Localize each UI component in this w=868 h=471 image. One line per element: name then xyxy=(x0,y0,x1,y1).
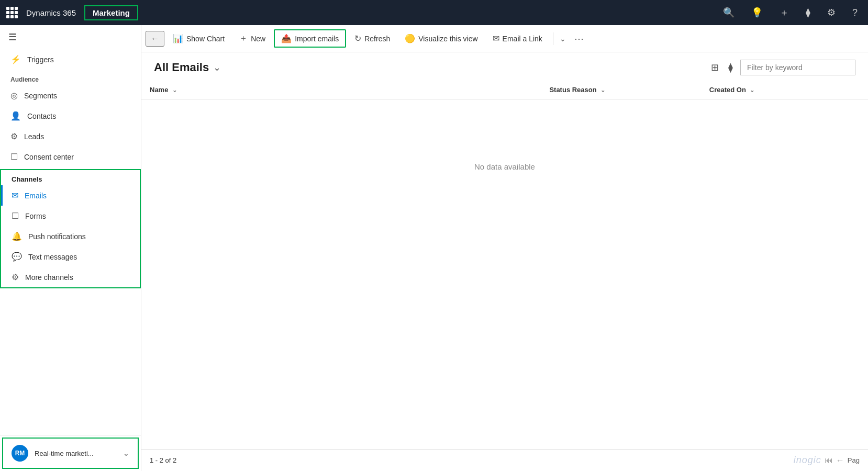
apps-grid-icon[interactable] xyxy=(6,7,18,18)
dynamics-title: Dynamics 365 xyxy=(26,8,76,17)
audience-section-label: Audience xyxy=(0,70,141,85)
new-button[interactable]: ＋ New xyxy=(233,30,272,47)
sidebar-item-label: Push notifications xyxy=(28,232,86,241)
email-link-icon: ✉ xyxy=(493,33,499,43)
refresh-button[interactable]: ↻ Refresh xyxy=(348,30,396,47)
workspace-switcher[interactable]: RM Real-time marketi... ⌄ xyxy=(2,438,139,469)
sidebar-item-label: Segments xyxy=(24,92,57,100)
lightbulb-icon[interactable]: 💡 xyxy=(747,5,767,20)
page-title: All Emails xyxy=(154,61,209,74)
refresh-icon: ↻ xyxy=(354,33,361,43)
triggers-icon: ⚡ xyxy=(10,54,21,64)
channels-section-label: Channels xyxy=(1,170,140,185)
page-title-dropdown-icon[interactable]: ⌄ xyxy=(213,62,221,73)
sidebar-item-label: Contacts xyxy=(27,112,56,120)
column-header-created-on[interactable]: Created On ⌄ xyxy=(701,81,868,99)
created-sort-icon: ⌄ xyxy=(750,87,754,93)
help-icon[interactable]: ? xyxy=(848,5,862,20)
no-data-message: No data available xyxy=(474,162,535,171)
import-emails-icon: 📤 xyxy=(281,33,292,43)
contacts-icon: 👤 xyxy=(10,111,21,121)
page-header-actions: ⊞ ⧫ xyxy=(709,60,855,75)
page-label: Pag xyxy=(848,456,860,464)
table-header-row: Name ⌄ Status Reason ⌄ Created On ⌄ xyxy=(141,81,868,99)
settings-icon[interactable]: ⚙ xyxy=(823,5,840,20)
column-header-status-reason[interactable]: Status Reason ⌄ xyxy=(541,81,700,99)
first-page-button[interactable]: ⏮ xyxy=(825,456,833,465)
sidebar: ☰ ⚡ Triggers Audience ◎ Segments 👤 Conta… xyxy=(0,25,141,471)
table-container: Name ⌄ Status Reason ⌄ Created On ⌄ xyxy=(141,81,868,449)
leads-icon: ⚙ xyxy=(10,131,18,141)
toolbar: ← 📊 Show Chart ＋ New 📤 Import emails ↻ R… xyxy=(141,25,868,52)
column-header-name[interactable]: Name ⌄ xyxy=(141,81,541,99)
channels-section: Channels ✉ Emails ☐ Forms 🔔 Push notific… xyxy=(0,169,141,288)
emails-table: Name ⌄ Status Reason ⌄ Created On ⌄ xyxy=(141,81,868,234)
topbar: Dynamics 365 Marketing 🔍 💡 ＋ ⧫ ⚙ ? xyxy=(0,0,868,25)
more-channels-icon: ⚙ xyxy=(12,272,19,282)
sidebar-item-text-messages[interactable]: 💬 Text messages xyxy=(1,246,140,267)
main-content: ← 📊 Show Chart ＋ New 📤 Import emails ↻ R… xyxy=(141,25,868,471)
filter-keyword-input[interactable] xyxy=(740,60,855,75)
sidebar-item-contacts[interactable]: 👤 Contacts xyxy=(0,106,141,126)
sidebar-item-leads[interactable]: ⚙ Leads xyxy=(0,126,141,147)
sidebar-item-segments[interactable]: ◎ Segments xyxy=(0,85,141,106)
column-settings-icon[interactable]: ⊞ xyxy=(709,60,721,75)
sidebar-item-label: Triggers xyxy=(27,55,54,64)
visualize-button[interactable]: 🟡 Visualize this view xyxy=(398,30,484,47)
sidebar-item-label: Emails xyxy=(25,192,47,200)
sidebar-item-triggers[interactable]: ⚡ Triggers xyxy=(0,49,141,70)
search-icon[interactable]: 🔍 xyxy=(719,5,739,20)
sidebar-item-emails[interactable]: ✉ Emails xyxy=(1,185,140,206)
visualize-icon: 🟡 xyxy=(405,33,415,43)
footer: 1 - 2 of 2 inogic ⏮ ← Pag xyxy=(141,449,868,471)
sidebar-item-label: Leads xyxy=(24,132,44,141)
sidebar-item-forms[interactable]: ☐ Forms xyxy=(1,206,140,226)
import-emails-button[interactable]: 📤 Import emails xyxy=(274,29,346,48)
prev-page-button[interactable]: ← xyxy=(836,456,844,465)
text-messages-icon: 💬 xyxy=(12,252,22,262)
segments-icon: ◎ xyxy=(10,91,18,100)
chevron-down-icon: ⌄ xyxy=(123,449,129,457)
filter-view-icon[interactable]: ⧫ xyxy=(726,60,735,75)
toolbar-dropdown-icon[interactable]: ⌄ xyxy=(558,32,568,45)
workspace-label: Real-time marketi... xyxy=(35,450,117,457)
toolbar-separator xyxy=(553,32,553,45)
email-link-button[interactable]: ✉ Email a Link xyxy=(486,30,549,47)
emails-icon: ✉ xyxy=(12,190,18,200)
push-notifications-icon: 🔔 xyxy=(12,231,22,241)
sidebar-item-label: More channels xyxy=(25,273,73,282)
footer-right: inogic ⏮ ← Pag xyxy=(794,455,860,466)
back-button[interactable]: ← xyxy=(146,31,164,47)
sidebar-item-label: Forms xyxy=(25,212,46,220)
sidebar-item-push-notifications[interactable]: 🔔 Push notifications xyxy=(1,226,140,246)
page-header: All Emails ⌄ ⊞ ⧫ xyxy=(141,52,868,81)
filter-icon[interactable]: ⧫ xyxy=(802,5,815,20)
avatar: RM xyxy=(12,445,28,462)
sidebar-item-label: Consent center xyxy=(24,153,74,161)
show-chart-button[interactable]: 📊 Show Chart xyxy=(166,30,231,47)
sidebar-item-label: Text messages xyxy=(28,253,77,261)
app-name-button[interactable]: Marketing xyxy=(84,5,138,20)
sidebar-item-more-channels[interactable]: ⚙ More channels xyxy=(1,267,140,287)
sidebar-item-consent-center[interactable]: ☐ Consent center xyxy=(0,147,141,167)
no-data-row: No data available xyxy=(141,99,868,234)
sidebar-bottom: RM Real-time marketi... ⌄ xyxy=(0,435,141,471)
inogic-logo: inogic xyxy=(794,455,821,466)
sidebar-hamburger[interactable]: ☰ xyxy=(0,25,141,49)
name-sort-icon: ⌄ xyxy=(172,87,177,93)
pagination-text: 1 - 2 of 2 xyxy=(150,456,176,464)
toolbar-more-icon[interactable]: ⋯ xyxy=(570,31,588,47)
consent-center-icon: ☐ xyxy=(10,152,18,162)
forms-icon: ☐ xyxy=(12,211,19,221)
show-chart-icon: 📊 xyxy=(173,33,183,43)
new-icon: ＋ xyxy=(239,33,248,44)
add-icon[interactable]: ＋ xyxy=(775,4,793,21)
status-sort-icon: ⌄ xyxy=(600,87,605,93)
